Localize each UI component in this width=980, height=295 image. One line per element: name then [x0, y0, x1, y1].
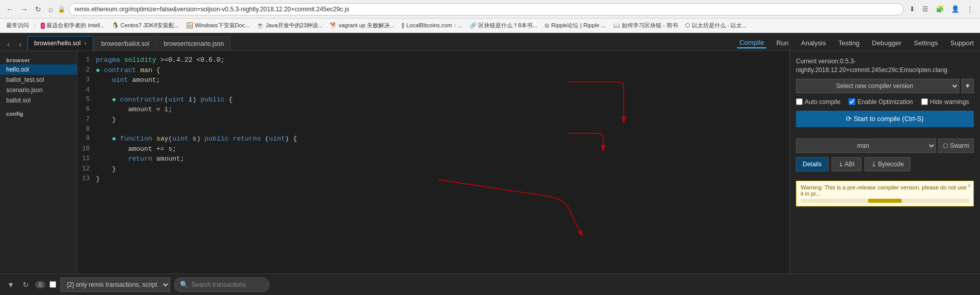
nav-tab-analysis[interactable]: Analysis — [799, 38, 828, 48]
code-line: 4 — [77, 85, 789, 95]
tab-nav-prev[interactable]: ‹ — [4, 38, 13, 50]
bookmarks-bar: 最常访问 | I 最适合初学者的 Intell... 🐧 Centos7 JDK… — [0, 19, 980, 33]
code-line: 9 ◆ function say(uint s) public returns … — [77, 134, 789, 144]
warning-text: Warning: This is a pre-release compiler … — [801, 184, 967, 197]
history-icon[interactable]: ☰ — [920, 4, 931, 14]
compile-section: Current version:0.5.3-nightly.2018.12.20… — [790, 51, 980, 133]
enable-optimization-label[interactable]: Enable Optimization — [849, 98, 912, 106]
sidebar-item-ballot[interactable]: ballot.sol — [0, 95, 77, 106]
nav-refresh-button[interactable]: ↻ — [33, 4, 43, 14]
nav-tab-settings[interactable]: Settings — [911, 38, 940, 48]
tab-bar: ‹ › browser/hello.sol × browser/ballot.s… — [0, 33, 980, 51]
swarm-button[interactable]: ⬡ Swarm — [938, 138, 974, 153]
nav-home-button[interactable]: ⌂ — [46, 4, 55, 14]
browser-toolbar: ← → ↻ ⌂ 🔒 ⬇ ☰ 🧩 👤 ⋮ — [0, 0, 980, 19]
bookmark-item[interactable]: ☕ Java开发中的23种设... — [254, 21, 326, 30]
compiler-dropdown-button[interactable]: ▼ — [961, 79, 974, 93]
code-line: 10 amount += s; — [77, 144, 789, 154]
contract-select[interactable]: man — [796, 138, 936, 153]
nav-tabs: Compile Run Analysis Testing Debugger Se… — [737, 38, 976, 50]
tab-close-hello[interactable]: × — [84, 41, 87, 46]
compiler-version-select[interactable]: Select new compiler version — [796, 79, 959, 93]
main-layout: browser hello.sol ballot_test.sol scenar… — [0, 51, 980, 273]
contract-row: man ⬡ Swarm — [796, 138, 974, 153]
tab-ballot-sol[interactable]: browser/ballot.sol — [94, 36, 156, 50]
tab-nav-next[interactable]: › — [16, 38, 25, 50]
editor-area[interactable]: 1 pragma solidity >=0.4.22 <0.6.0; 2 ◆ c… — [77, 51, 789, 273]
hide-warnings-label[interactable]: Hide warnings — [921, 98, 969, 106]
nav-tab-support[interactable]: Support — [948, 38, 976, 48]
bottom-checkbox[interactable] — [49, 281, 56, 288]
nav-forward-button[interactable]: → — [19, 4, 30, 14]
settings-icon[interactable]: ⋮ — [964, 4, 976, 14]
search-icon: 🔍 — [180, 281, 188, 288]
bookmark-item[interactable]: I 最适合初学者的 Intell... — [38, 21, 108, 30]
compiler-select-row: Select new compiler version ▼ — [796, 79, 974, 93]
sidebar-item-scenario[interactable]: scenario.json — [0, 85, 77, 95]
extensions-icon[interactable]: 🧩 — [933, 4, 946, 14]
nav-tab-testing[interactable]: Testing — [836, 38, 861, 48]
editor-content: 1 pragma solidity >=0.4.22 <0.6.0; 2 ◆ c… — [77, 51, 789, 188]
abi-button[interactable]: ⤓ ABI — [832, 157, 861, 171]
action-buttons: Details ⤓ ABI ⤓ Bytecode — [790, 157, 980, 171]
bookmark-item[interactable]: 最常访问 — [3, 21, 32, 30]
tab-label: browser/ballot.sol — [101, 40, 149, 47]
bottom-bar: ▼ ↻ 0 [2] only remix transactions, scrip… — [0, 273, 980, 295]
compile-button[interactable]: ⟳ Start to compile (Ctrl-S) — [796, 111, 974, 127]
url-bar[interactable] — [69, 3, 904, 15]
code-line: 1 pragma solidity >=0.4.22 <0.6.0; — [77, 55, 789, 65]
options-row: Auto compile Enable Optimization Hide wa… — [796, 98, 974, 106]
bottom-refresh-icon[interactable]: ↻ — [21, 279, 31, 291]
code-line: 8 — [77, 125, 789, 134]
bottom-badge: 0 — [35, 281, 45, 288]
search-box-container[interactable]: 🔍 — [174, 277, 269, 292]
bookmark-item[interactable]: 🐧 Centos7 JDK8安装配... — [109, 21, 182, 30]
warning-scrollbar-thumb — [868, 199, 902, 203]
bookmark-item[interactable]: ◎ Ripple论坛 | Ripple ... — [541, 21, 609, 30]
enable-optimization-checkbox[interactable] — [849, 98, 855, 105]
account-icon[interactable]: 👤 — [949, 4, 962, 14]
auto-compile-checkbox[interactable] — [796, 98, 803, 105]
hide-warnings-checkbox[interactable] — [921, 98, 928, 105]
warning-box: Warning: This is a pre-release compiler … — [796, 181, 974, 206]
bookmark-item[interactable]: 🐕 vagrant up 失败解决... — [327, 21, 397, 30]
current-version-text: Current version:0.5.3-nightly.2018.12.20… — [796, 57, 974, 75]
bookmark-item[interactable]: 🪟 Windows下安装Doc... — [183, 21, 253, 30]
bookmark-item[interactable]: ⬡ 以太坊是什么 - 以太... — [682, 21, 750, 30]
code-line: 5 ◆ constructor(uint i) public { — [77, 95, 789, 105]
sidebar: browser hello.sol ballot_test.sol scenar… — [0, 51, 77, 273]
sidebar-item-ballot-test[interactable]: ballot_test.sol — [0, 75, 77, 85]
nav-tab-debugger[interactable]: Debugger — [870, 38, 903, 48]
nav-tab-run[interactable]: Run — [774, 38, 791, 48]
bookmark-item[interactable]: 📖 如何学习区块链 - 简书 — [610, 21, 681, 30]
warning-scrollbar[interactable] — [801, 199, 969, 203]
nav-back-button[interactable]: ← — [4, 4, 15, 14]
code-line: 6 amount = i; — [77, 105, 789, 115]
tab-hello-sol[interactable]: browser/hello.sol × — [27, 36, 93, 50]
sidebar-config-label: config — [0, 106, 77, 118]
script-select[interactable]: [2] only remix transactions, script — [60, 277, 170, 292]
download-icon[interactable]: ⬇ — [907, 4, 918, 14]
tab-label: browser/hello.sol — [34, 40, 80, 47]
code-line: 7 } — [77, 115, 789, 125]
tab-scenario-json[interactable]: browser/scenario.json — [157, 36, 231, 50]
right-panel: Current version:0.5.3-nightly.2018.12.20… — [789, 51, 980, 273]
code-line: 13 } — [77, 174, 789, 184]
bottom-down-icon[interactable]: ▼ — [5, 279, 16, 291]
auto-compile-label[interactable]: Auto compile — [796, 98, 840, 106]
sidebar-item-hello-sol[interactable]: hello.sol — [0, 64, 77, 75]
bytecode-button[interactable]: ⤓ Bytecode — [865, 157, 910, 171]
code-line: 3 uint amount; — [77, 75, 789, 85]
code-line: 2 ◆ contract man { — [77, 65, 789, 76]
details-button[interactable]: Details — [796, 157, 828, 171]
bookmark-item[interactable]: ₿ LocalBitcoins.com：... — [398, 21, 466, 30]
nav-tab-compile[interactable]: Compile — [737, 38, 766, 48]
tab-label: browser/scenario.json — [164, 40, 224, 47]
search-input[interactable] — [191, 281, 263, 288]
sidebar-browser-label: browser — [0, 55, 77, 64]
code-line: 12 } — [77, 164, 789, 175]
bookmark-item[interactable]: 🔗 区块链是什么？8本书... — [467, 21, 540, 30]
ssl-icon: 🔒 — [58, 6, 65, 13]
code-line: 11 return amount; — [77, 154, 789, 164]
warning-close-button[interactable]: × — [968, 182, 971, 189]
